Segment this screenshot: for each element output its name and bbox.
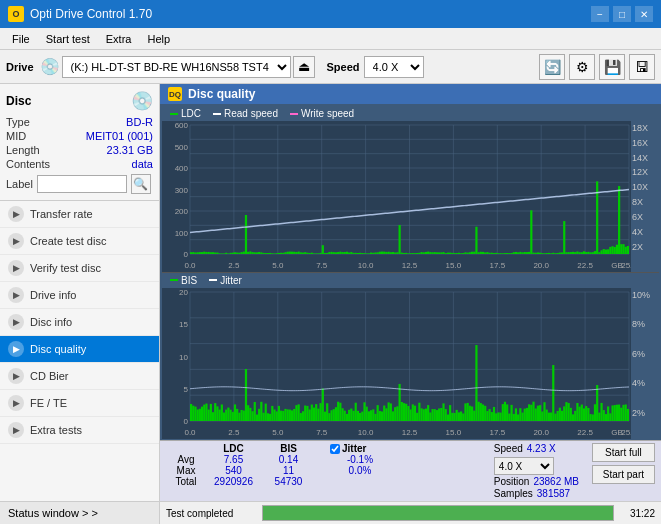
chart2-canvas: [162, 288, 631, 439]
stats-h-bis: BIS: [261, 443, 316, 454]
speed-row: Speed 4.23 X: [494, 443, 584, 454]
legend-jitter-label: Jitter: [220, 275, 242, 286]
total-jitter: [330, 476, 390, 487]
sidebar-item-drive-info[interactable]: ▶ Drive info: [0, 282, 159, 309]
fe-te-icon: ▶: [8, 395, 24, 411]
avg-bis: 0.14: [261, 454, 316, 465]
disc-quality-header: DQ Disc quality: [160, 84, 661, 104]
stats-max-row: Max 540 11 0.0%: [166, 465, 490, 476]
legend-jitter: Jitter: [209, 275, 242, 286]
legend-write-speed-color: [290, 113, 298, 115]
disc-label-row: Label 🔍: [6, 174, 153, 194]
menu-start-test[interactable]: Start test: [38, 31, 98, 47]
app-title: Opti Drive Control 1.70: [30, 7, 152, 21]
progress-bar-inner: [263, 506, 613, 520]
close-button[interactable]: ✕: [635, 6, 653, 22]
chart1-container: LDC Read speed Write speed 18X: [162, 106, 659, 272]
disc-label-input[interactable]: [37, 175, 127, 193]
disc-length-val: 23.31 GB: [107, 144, 153, 156]
stats-speed-select[interactable]: 4.0 X: [494, 457, 554, 475]
minimize-button[interactable]: −: [591, 6, 609, 22]
disc-title: Disc: [6, 94, 31, 108]
status-window[interactable]: Status window > >: [0, 501, 159, 524]
stats-total-row: Total 2920926 54730: [166, 476, 490, 487]
disc-quality-title: Disc quality: [188, 87, 255, 101]
sidebar-item-extra-tests[interactable]: ▶ Extra tests: [0, 417, 159, 444]
refresh-button[interactable]: 🔄: [539, 54, 565, 80]
y2-2pct: 2%: [632, 408, 658, 418]
speed-label: Speed: [327, 61, 360, 73]
chart2-y-labels: 10% 8% 6% 4% 2%: [631, 288, 659, 421]
menu-extra[interactable]: Extra: [98, 31, 140, 47]
chart2-container: BIS Jitter 10% 8% 6% 4% 2%: [162, 272, 659, 439]
disc-header: Disc 💿: [6, 90, 153, 112]
legend-write-speed: Write speed: [290, 108, 354, 119]
disc-contents-val: data: [132, 158, 153, 170]
speed-select[interactable]: 4.0 X: [364, 56, 424, 78]
legend-ldc-label: LDC: [181, 108, 201, 119]
y1-8x: 8X: [632, 197, 658, 207]
cd-bier-icon: ▶: [8, 368, 24, 384]
speed-select-row: 4.0 X: [494, 457, 584, 475]
chart2-legend: BIS Jitter: [162, 273, 659, 288]
legend-read-speed-label: Read speed: [224, 108, 278, 119]
drive-label: Drive: [6, 61, 34, 73]
avg-jitter: -0.1%: [330, 454, 390, 465]
charts-area: LDC Read speed Write speed 18X: [160, 104, 661, 440]
drive-select[interactable]: (K:) HL-DT-ST BD-RE WH16NS58 TST4: [62, 56, 291, 78]
jitter-checkbox[interactable]: [330, 444, 340, 454]
settings-button[interactable]: ⚙: [569, 54, 595, 80]
y1-14x: 14X: [632, 153, 658, 163]
disc-label-button[interactable]: 🔍: [131, 174, 151, 194]
maximize-button[interactable]: □: [613, 6, 631, 22]
extra-tests-label: Extra tests: [30, 424, 82, 436]
avg-ldc: 7.65: [206, 454, 261, 465]
legend-bis-label: BIS: [181, 275, 197, 286]
disc-length-label: Length: [6, 144, 40, 156]
start-full-button[interactable]: Start full: [592, 443, 655, 462]
verify-test-disc-icon: ▶: [8, 260, 24, 276]
save-button[interactable]: 🖫: [629, 54, 655, 80]
menu-file[interactable]: File: [4, 31, 38, 47]
transfer-rate-label: Transfer rate: [30, 208, 93, 220]
total-label: Total: [166, 476, 206, 487]
drive-icon: 💿: [40, 57, 60, 76]
sidebar-item-cd-bier[interactable]: ▶ CD Bier: [0, 363, 159, 390]
legend-write-speed-label: Write speed: [301, 108, 354, 119]
avg-label: Avg: [166, 454, 206, 465]
start-part-button[interactable]: Start part: [592, 465, 655, 484]
stats-headers: LDC BIS Jitter: [166, 443, 490, 454]
total-ldc: 2920926: [206, 476, 261, 487]
stats-avg-row: Avg 7.65 0.14 -0.1%: [166, 454, 490, 465]
drive-info-icon: ▶: [8, 287, 24, 303]
speed-val: 4.23 X: [527, 443, 556, 454]
app-icon: O: [8, 6, 24, 22]
progress-time: 31:22: [620, 508, 655, 519]
sidebar-item-disc-quality[interactable]: ▶ Disc quality: [0, 336, 159, 363]
content-area: DQ Disc quality LDC Read speed: [160, 84, 661, 524]
create-test-disc-label: Create test disc: [30, 235, 106, 247]
cd-bier-label: CD Bier: [30, 370, 69, 382]
position-key: Position: [494, 476, 530, 487]
samples-key: Samples: [494, 488, 533, 499]
sidebar-item-verify-test-disc[interactable]: ▶ Verify test disc: [0, 255, 159, 282]
chart1-area: 18X 16X 14X 12X 10X 8X 6X 4X 2X: [162, 121, 659, 272]
progress-area: Test completed 31:22: [160, 501, 661, 524]
y2-10pct: 10%: [632, 290, 658, 300]
max-bis: 11: [261, 465, 316, 476]
burn-button[interactable]: 💾: [599, 54, 625, 80]
sidebar-item-disc-info[interactable]: ▶ Disc info: [0, 309, 159, 336]
menu-bar: File Start test Extra Help: [0, 28, 661, 50]
eject-button[interactable]: ⏏: [293, 56, 315, 78]
disc-section: Disc 💿 Type BD-R MID MEIT01 (001) Length…: [0, 84, 159, 201]
sidebar-item-fe-te[interactable]: ▶ FE / TE: [0, 390, 159, 417]
menu-help[interactable]: Help: [139, 31, 178, 47]
disc-contents-label: Contents: [6, 158, 50, 170]
sidebar-item-transfer-rate[interactable]: ▶ Transfer rate: [0, 201, 159, 228]
title-bar-left: O Opti Drive Control 1.70: [8, 6, 152, 22]
progress-text: Test completed: [166, 508, 256, 519]
stats-h-sep: [316, 443, 330, 454]
extra-tests-icon: ▶: [8, 422, 24, 438]
legend-ldc-color: [170, 113, 178, 115]
sidebar-item-create-test-disc[interactable]: ▶ Create test disc: [0, 228, 159, 255]
